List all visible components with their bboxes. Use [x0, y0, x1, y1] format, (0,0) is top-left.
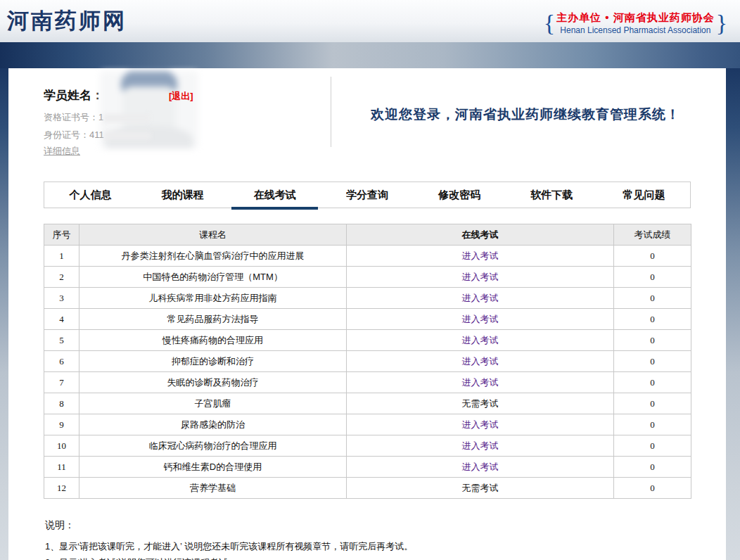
tab-6[interactable]: 软件下载 [506, 182, 598, 208]
row-number: 11 [44, 457, 79, 478]
column-header: 考试成绩 [614, 224, 691, 246]
sponsor-block: { 主办单位 • 河南省执业药师协会 Henan Licensed Pharma… [544, 11, 727, 35]
course-name: 抑郁症的诊断和治疗 [79, 351, 347, 372]
table-row: 9尿路感染的防治进入考试0 [44, 414, 691, 435]
course-name: 儿科疾病常用非处方药应用指南 [79, 288, 347, 309]
table-row: 4常见药品服药方法指导进入考试0 [44, 309, 691, 330]
enter-exam-link[interactable]: 进入考试 [462, 377, 499, 388]
vertical-divider [331, 77, 331, 147]
enter-exam-link[interactable]: 进入考试 [462, 419, 499, 430]
exam-score: 0 [614, 246, 691, 267]
site-logo: 河南药师网 [7, 6, 127, 36]
course-name: 营养学基础 [79, 478, 347, 499]
content-panel: 学员姓名： [退出] 资格证书号：1 身份证号：411 详细信息 欢迎您登录，河… [8, 68, 726, 560]
brace-right-icon: } [716, 13, 727, 34]
table-row: 2中国特色的药物治疗管理（MTM）进入考试0 [44, 267, 691, 288]
course-name: 常见药品服药方法指导 [79, 309, 347, 330]
exam-score: 0 [614, 435, 691, 457]
exam-score: 0 [614, 457, 691, 478]
tab-1[interactable]: 个人信息 [44, 182, 136, 208]
exam-score: 0 [614, 478, 691, 499]
row-number: 7 [44, 372, 79, 393]
tab-2[interactable]: 我的课程 [136, 182, 229, 208]
row-number: 12 [44, 478, 79, 499]
note-item-2: 2、显示‘进入考试’说明您可以进行该课程考试。 [45, 556, 237, 560]
table-header-row: 序号课程名在线考试考试成绩 [44, 224, 691, 246]
row-number: 3 [44, 288, 79, 309]
course-name: 失眠的诊断及药物治疗 [79, 372, 347, 393]
table-row: 5慢性疼痛药物的合理应用进入考试0 [44, 330, 691, 351]
row-number: 5 [44, 330, 79, 351]
tab-3[interactable]: 在线考试 [229, 182, 321, 208]
tabs: 个人信息我的课程在线考试学分查询修改密码软件下载常见问题 [44, 182, 691, 208]
exam-score: 0 [614, 288, 691, 309]
exam-score: 0 [614, 372, 691, 393]
course-name: 临床冠心病药物治疗的合理应用 [79, 435, 347, 457]
enter-exam-link[interactable]: 进入考试 [462, 462, 499, 472]
notes-title: 说明： [45, 519, 75, 532]
header-band [0, 42, 740, 68]
row-number: 8 [44, 393, 79, 414]
enter-exam-link[interactable]: 进入考试 [462, 440, 499, 451]
exam-score: 0 [614, 330, 691, 351]
welcome-message: 欢迎您登录，河南省执业药师继续教育管理系统！ [343, 106, 708, 124]
exam-score: 0 [614, 267, 691, 288]
course-name: 丹参类注射剂在心脑血管病治疗中的应用进展 [79, 246, 347, 267]
table-row: 3儿科疾病常用非处方药应用指南进入考试0 [44, 288, 691, 309]
column-header: 课程名 [79, 224, 347, 246]
cert-number-row: 资格证书号：1 [44, 111, 150, 124]
course-name: 慢性疼痛药物的合理应用 [79, 330, 347, 351]
course-name: 尿路感染的防治 [79, 414, 347, 435]
exam-score: 0 [614, 414, 691, 435]
row-number: 1 [44, 246, 79, 267]
brace-left-icon: { [544, 13, 555, 34]
table-row: 12营养学基础无需考试0 [44, 478, 691, 499]
enter-exam-link[interactable]: 进入考试 [462, 314, 499, 324]
table-row: 1丹参类注射剂在心脑血管病治疗中的应用进展进入考试0 [44, 246, 691, 267]
cert-number-value: 1 [98, 112, 103, 122]
enter-exam-link[interactable]: 进入考试 [462, 272, 499, 282]
logout-button[interactable]: [退出] [169, 90, 193, 103]
site-header: 河南药师网 { 主办单位 • 河南省执业药师协会 Henan Licensed … [0, 0, 740, 42]
enter-exam-link[interactable]: 进入考试 [462, 250, 499, 261]
page-background: 学员姓名： [退出] 资格证书号：1 身份证号：411 详细信息 欢迎您登录，河… [0, 68, 740, 560]
table-row: 10临床冠心病药物治疗的合理应用进入考试0 [44, 435, 691, 457]
enter-exam-link[interactable]: 进入考试 [462, 356, 499, 367]
exam-score: 0 [614, 351, 691, 372]
table-row: 7失眠的诊断及药物治疗进入考试0 [44, 372, 691, 393]
detail-info-link[interactable]: 详细信息 [44, 145, 80, 158]
cert-number-label: 资格证书号： [44, 112, 98, 122]
table-row: 8子宫肌瘤无需考试0 [44, 393, 691, 414]
table-row: 11钙和维生素D的合理使用进入考试0 [44, 457, 691, 478]
tab-7[interactable]: 常见问题 [598, 182, 690, 208]
row-number: 10 [44, 435, 79, 457]
note-item-1: 1、显示‘请把该课听完，才能进入’ 说明您还未听完该课程所有视频章节，请听完后再… [45, 540, 413, 553]
tab-4[interactable]: 学分查询 [321, 182, 413, 208]
enter-exam-link[interactable]: 进入考试 [462, 335, 499, 345]
row-number: 2 [44, 267, 79, 288]
exam-score: 0 [614, 309, 691, 330]
row-number: 4 [44, 309, 79, 330]
cert-number-blur [103, 114, 150, 122]
tab-5[interactable]: 修改密码 [414, 182, 506, 208]
course-table: 序号课程名在线考试考试成绩 1丹参类注射剂在心脑血管病治疗中的应用进展进入考试0… [44, 224, 691, 499]
row-number: 6 [44, 351, 79, 372]
id-number-row: 身份证号：411 [44, 129, 151, 141]
sponsor-name-cn: 主办单位 • 河南省执业药师协会 [556, 11, 715, 25]
course-name: 子宫肌瘤 [79, 393, 347, 414]
id-number-blur [104, 132, 151, 140]
table-row: 6抑郁症的诊断和治疗进入考试0 [44, 351, 691, 372]
row-number: 9 [44, 414, 79, 435]
sponsor-name-en: Henan Licensed Pharmacist Association [560, 25, 710, 35]
no-exam-needed-text: 无需考试 [462, 483, 499, 493]
no-exam-needed-text: 无需考试 [462, 398, 499, 409]
id-number-label: 身份证号： [44, 129, 89, 140]
column-header: 序号 [44, 224, 79, 246]
column-header: 在线考试 [347, 224, 614, 246]
enter-exam-link[interactable]: 进入考试 [462, 293, 499, 303]
exam-score: 0 [614, 393, 691, 414]
student-name-label: 学员姓名： [44, 87, 103, 103]
id-number-value: 411 [89, 129, 104, 140]
course-name: 中国特色的药物治疗管理（MTM） [79, 267, 347, 288]
course-name: 钙和维生素D的合理使用 [79, 457, 347, 478]
